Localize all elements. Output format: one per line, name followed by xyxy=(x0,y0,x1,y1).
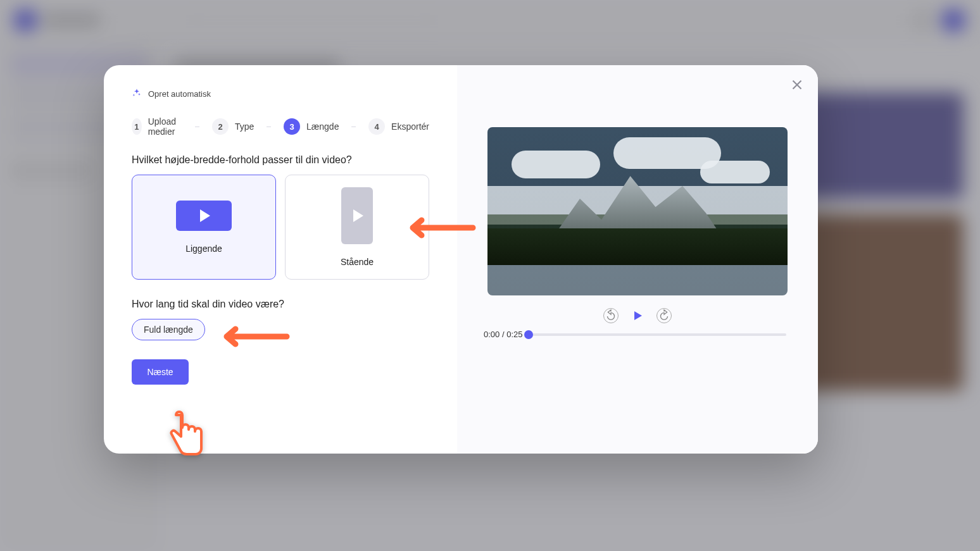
step-length[interactable]: 3 Længde xyxy=(284,118,339,135)
stepper: 1 Upload medier 2 Type 3 Længde 4 Ekspor… xyxy=(132,116,429,137)
next-button[interactable]: Næste xyxy=(132,359,189,385)
step-export[interactable]: 4 Eksportér xyxy=(368,118,429,135)
question-length: Hvor lang tid skal din video være? xyxy=(132,299,429,310)
wizard-right-panel: 0:00 / 0:25 xyxy=(457,65,818,454)
seek-thumb[interactable] xyxy=(524,330,533,339)
annotation-arrow-length xyxy=(214,321,290,352)
forward-5-button[interactable] xyxy=(656,308,672,323)
play-icon xyxy=(353,209,363,222)
length-pill-full[interactable]: Fuld længde xyxy=(132,319,205,340)
portrait-thumb xyxy=(341,187,373,244)
question-ratio: Hvilket højde-bredde-forhold passer til … xyxy=(132,154,429,166)
seek-track[interactable] xyxy=(529,333,786,336)
time-display: 0:00 / 0:25 xyxy=(484,330,522,339)
sparkle-icon xyxy=(132,88,142,100)
auto-create-label: Opret automatisk xyxy=(148,89,211,99)
video-preview[interactable] xyxy=(487,127,788,295)
close-button[interactable] xyxy=(789,77,805,93)
rewind-5-button[interactable] xyxy=(603,308,619,323)
seek-bar-row: 0:00 / 0:25 xyxy=(477,330,798,339)
landscape-thumb xyxy=(176,201,232,231)
wizard-modal: Opret automatisk 1 Upload medier 2 Type … xyxy=(104,65,818,454)
play-button[interactable] xyxy=(630,308,645,323)
step-type[interactable]: 2 Type xyxy=(212,118,254,135)
ratio-landscape[interactable]: Liggende xyxy=(132,175,276,280)
wizard-left-panel: Opret automatisk 1 Upload medier 2 Type … xyxy=(104,65,457,454)
auto-create-header: Opret automatisk xyxy=(132,88,429,100)
video-controls xyxy=(603,308,672,323)
play-icon xyxy=(200,209,210,222)
annotation-pointer-next xyxy=(166,409,210,466)
step-upload[interactable]: 1 Upload medier xyxy=(132,116,182,137)
annotation-arrow-portrait xyxy=(400,212,476,244)
ratio-options: Liggende Stående xyxy=(132,175,429,280)
